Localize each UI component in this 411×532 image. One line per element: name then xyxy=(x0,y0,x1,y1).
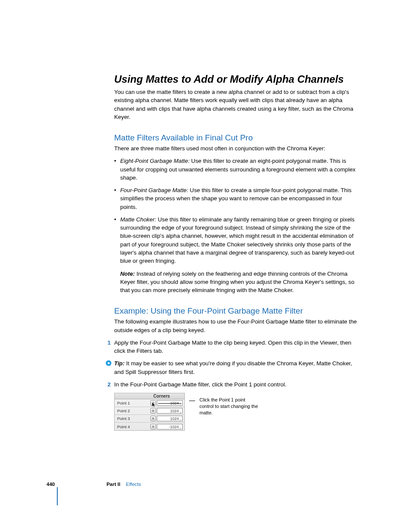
panel-header: Corners xyxy=(115,393,184,399)
term: Four-Point Garbage Matte: xyxy=(120,187,188,193)
filters-intro: There are three matte filters used most … xyxy=(114,144,360,152)
step-number: 1 xyxy=(106,339,111,355)
crosshair-icon: ⊕ xyxy=(150,416,156,421)
panel-row-point2: Point 2 ⊕ 1024 , xyxy=(115,407,184,415)
list-item: Four-Point Garbage Matte: Use this filte… xyxy=(114,186,360,211)
note-text: Instead of relying solely on the feather… xyxy=(120,271,355,294)
row-label: Point 4 xyxy=(115,424,149,429)
list-item: Matte Choker: Use this filter to elimina… xyxy=(114,215,360,265)
list-item: Eight-Point Garbage Matte: Use this filt… xyxy=(114,157,360,182)
tip-icon xyxy=(106,360,112,366)
value-field[interactable]: 1024 , xyxy=(157,416,183,421)
step-1: 1 Apply the Four-Point Garbage Matte to … xyxy=(106,339,360,355)
crosshair-icon: ⊕ xyxy=(150,400,156,406)
page-number: 440 xyxy=(47,482,55,487)
callout-text: Click the Point 1 point control to start… xyxy=(199,397,260,416)
panel-row-point4: Point 4 ⊕ -1024 , xyxy=(115,423,184,430)
tip-row: Tip: It may be easier to see what you're… xyxy=(106,359,360,376)
point-control-2[interactable]: ⊕ xyxy=(149,408,157,414)
figure-area: Corners Point 1 ⊕ -1024 , Point 2 ⊕ 1024… xyxy=(114,393,360,431)
panel-row-point1: Point 1 ⊕ -1024 , xyxy=(115,399,184,407)
step-2: 2 In the Four-Point Garbage Matte filter… xyxy=(106,380,360,389)
row-label: Point 1 xyxy=(115,401,149,405)
step-text: In the Four-Point Garbage Matte filter, … xyxy=(114,380,286,389)
step-number: 2 xyxy=(106,380,111,389)
part-label: Part II xyxy=(106,482,120,487)
note-block: Note: Instead of relying solely on the f… xyxy=(114,270,360,295)
point-control-4[interactable]: ⊕ xyxy=(149,424,157,429)
corners-panel: Corners Point 1 ⊕ -1024 , Point 2 ⊕ 1024… xyxy=(114,393,185,431)
filters-list: Eight-Point Garbage Matte: Use this filt… xyxy=(114,157,360,265)
tip-label: Tip: xyxy=(114,360,125,367)
main-heading: Using Mattes to Add or Modify Alpha Chan… xyxy=(114,73,360,85)
tip-text: It may be easier to see what you're doin… xyxy=(114,360,352,375)
footer-rule xyxy=(57,487,58,505)
page-footer: 440 Part II Effects xyxy=(47,482,141,487)
footer-part: Part II Effects xyxy=(106,482,141,487)
callout-line xyxy=(189,401,195,401)
step-text: Apply the Four-Point Garbage Matte to th… xyxy=(114,339,360,355)
panel-row-point3: Point 3 ⊕ 1024 , xyxy=(115,415,184,423)
point-control-3[interactable]: ⊕ xyxy=(149,416,157,421)
example-intro: The following example illustrates how to… xyxy=(114,317,360,334)
term: Matte Choker: xyxy=(120,216,156,223)
crosshair-icon: ⊕ xyxy=(150,408,156,414)
section-heading-filters: Matte Filters Available in Final Cut Pro xyxy=(114,133,360,143)
row-label: Point 3 xyxy=(115,416,149,421)
value-field[interactable]: 1024 , xyxy=(157,408,183,414)
term-desc: Use this filter to eliminate any faintly… xyxy=(120,216,355,264)
row-label: Point 2 xyxy=(115,408,149,413)
note-label: Note: xyxy=(120,271,135,277)
value-field[interactable]: -1024 , xyxy=(157,424,183,429)
tip-body: Tip: It may be easier to see what you're… xyxy=(114,359,360,376)
crosshair-icon: ⊕ xyxy=(150,424,156,429)
term: Eight-Point Garbage Matte: xyxy=(120,158,190,164)
value-field[interactable]: -1024 , xyxy=(157,400,183,406)
section-heading-example: Example: Using the Four-Point Garbage Ma… xyxy=(114,306,360,316)
intro-paragraph: You can use the matte filters to create … xyxy=(114,88,360,121)
part-name: Effects xyxy=(126,482,141,487)
point-control-1[interactable]: ⊕ xyxy=(149,400,157,406)
page-content: Using Mattes to Add or Modify Alpha Chan… xyxy=(114,73,360,435)
